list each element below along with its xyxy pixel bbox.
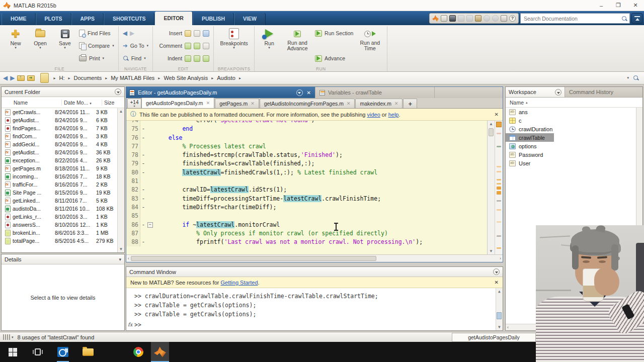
panel-menu-icon[interactable] xyxy=(115,88,121,95)
file-row[interactable]: trafficFor...8/16/2016 7...2 KB xyxy=(2,180,117,189)
cut-icon[interactable] xyxy=(458,15,464,22)
browse-folder-icon[interactable] xyxy=(27,75,35,81)
ribbon-tab-plots[interactable]: PLOTS xyxy=(36,13,71,25)
video-link[interactable]: video xyxy=(367,112,380,118)
code-marker[interactable] xyxy=(497,221,501,223)
publish-bar-close-icon[interactable]: ✕ xyxy=(495,112,499,117)
file-row[interactable]: Site Page ...8/15/2016 9...19 KB xyxy=(2,189,117,197)
new-button[interactable]: ✚ New ▾ xyxy=(5,27,26,65)
editor-title-active[interactable]: Editor - getAudistoPagesDaily.m ✕ xyxy=(126,87,315,98)
paste-icon[interactable] xyxy=(475,15,481,22)
code-marker[interactable] xyxy=(497,187,501,190)
code-marker[interactable] xyxy=(497,179,501,180)
file-row[interactable]: findPages...8/24/2016 9...7 KB xyxy=(2,124,117,132)
insert-function-icon[interactable] xyxy=(194,30,200,37)
save-dropdown-icon[interactable]: ▾ xyxy=(64,46,66,49)
editor-scroll-down-icon[interactable]: ▼ xyxy=(489,249,493,253)
console[interactable]: >> crawlDuration=crawlTable.crawlFinishT… xyxy=(126,288,503,330)
workspace-variable[interactable]: User xyxy=(506,159,642,167)
open-dropdown-icon[interactable]: ▾ xyxy=(39,46,41,49)
help-link[interactable]: help xyxy=(388,112,399,118)
close-button[interactable]: ✕ xyxy=(627,0,644,11)
search-icon[interactable] xyxy=(621,16,627,22)
help-icon[interactable]: ? xyxy=(509,15,516,22)
code-marker[interactable] xyxy=(497,183,501,185)
file-row[interactable]: findCom...8/24/2016 9...3 KB xyxy=(2,132,117,140)
console-scrollbar[interactable]: ▲ ▼ xyxy=(496,288,503,330)
console-scroll-thumb[interactable] xyxy=(497,312,502,319)
current-folder-icon[interactable] xyxy=(40,73,49,83)
workspace-column-header[interactable]: Name ▴ xyxy=(506,98,642,108)
breakpoints-button[interactable]: Breakpoints ▾ xyxy=(218,27,250,65)
close-tab-icon[interactable]: ✕ xyxy=(394,101,398,106)
run-and-time-button[interactable]: Run and Time xyxy=(357,27,383,65)
code-fold-icon[interactable] xyxy=(146,221,154,229)
find-files-button[interactable]: Find Files xyxy=(79,29,114,38)
workspace-variable[interactable]: ans xyxy=(506,108,642,116)
workspace-scroll-left-icon[interactable]: ‹ xyxy=(507,325,509,330)
internet-explorer-taskbar-button[interactable] xyxy=(101,342,126,362)
switch-windows-icon[interactable] xyxy=(501,15,507,22)
file-row[interactable]: totalPage...8/5/2016 4:5...279 KB xyxy=(2,237,117,245)
editor-hscroll-thumb[interactable] xyxy=(131,256,376,261)
maximize-button[interactable]: ❐ xyxy=(610,0,627,11)
back-arrow-icon[interactable]: ◀ xyxy=(123,30,127,36)
command-prompt[interactable]: >> xyxy=(134,321,141,328)
workspace-variable[interactable]: crawlDuration xyxy=(506,125,642,133)
documentation-search[interactable] xyxy=(520,13,630,24)
ribbon-tab-publish[interactable]: PUBLISH xyxy=(193,13,234,25)
getting-started-link[interactable]: Getting Started xyxy=(221,280,258,286)
save-button[interactable]: Save ▾ xyxy=(54,27,75,65)
file-row[interactable]: getLinked...8/11/2016 7...5 KB xyxy=(2,197,117,205)
undo-icon[interactable] xyxy=(484,15,490,22)
file-row[interactable]: getPages.m8/18/2016 11...9 KB xyxy=(2,164,117,172)
file-row[interactable]: getLinks_r...8/10/2016 3...1 KB xyxy=(2,213,117,221)
start-taskbar-button[interactable] xyxy=(0,342,25,362)
breadcrumb-segment[interactable]: H: xyxy=(58,74,65,81)
uncomment-icon[interactable] xyxy=(194,43,200,49)
code-marker[interactable] xyxy=(497,209,501,211)
editor-tab[interactable]: getAudistoPagesDaily.m✕ xyxy=(141,98,214,108)
editor-tab[interactable]: getPages.m✕ xyxy=(215,99,259,108)
copy-icon[interactable] xyxy=(466,15,473,22)
file-row[interactable]: answersS...8/10/2016 12...1 KB xyxy=(2,221,117,229)
insert-image-icon[interactable] xyxy=(203,30,209,37)
run-dropdown-icon[interactable]: ▾ xyxy=(268,46,270,49)
code-area[interactable]: 74- error('Specified crawl not found')75… xyxy=(126,121,503,254)
column-date[interactable]: Date Mo... ▾ xyxy=(62,100,102,106)
file-row[interactable]: getAudist...8/24/2016 9...36 KB xyxy=(2,148,117,156)
column-name[interactable]: Name xyxy=(2,100,62,106)
save-icon[interactable] xyxy=(449,15,456,22)
workspace-variable[interactable]: crawlTable xyxy=(506,133,554,142)
smart-indent-icon[interactable] xyxy=(185,55,191,62)
find-dropdown-icon[interactable]: ▾ xyxy=(144,57,146,60)
console-scroll-down-icon[interactable]: ▼ xyxy=(498,325,501,329)
address-dropdown-icon[interactable]: ▾ xyxy=(627,76,629,79)
ribbon-tab-view[interactable]: VIEW xyxy=(234,13,266,25)
indent-right-icon[interactable] xyxy=(203,55,209,62)
editor-vscrollbar[interactable]: ▲ ▼ xyxy=(487,121,495,254)
file-row[interactable]: brokenLin...8/6/2016 3:3...1 MB xyxy=(2,229,117,237)
editor-tab[interactable]: makeindex.m✕ xyxy=(355,99,403,108)
scroll-up-icon[interactable]: ▲ xyxy=(119,109,123,114)
run-button[interactable]: Run ▾ xyxy=(259,27,280,65)
status-waffle-icon[interactable] xyxy=(3,334,10,340)
find-button[interactable]: Find ▾ xyxy=(123,54,148,63)
file-row[interactable]: getCrawls...8/24/2016 11...3 KB xyxy=(2,108,117,116)
task-view-taskbar-button[interactable] xyxy=(25,342,50,362)
goto-dropdown-icon[interactable]: ▾ xyxy=(147,44,149,47)
file-row[interactable]: audistoDa...8/11/2016 10...108 KB xyxy=(2,205,117,213)
workspace-variable[interactable]: c xyxy=(506,116,642,125)
editor-scroll-thumb[interactable] xyxy=(489,128,494,136)
compare-dropdown-icon[interactable]: ▾ xyxy=(112,44,114,47)
file-row[interactable]: exception...8/22/2016 4...26 KB xyxy=(2,156,117,164)
print-dropdown-icon[interactable]: ▾ xyxy=(103,57,105,60)
code-marker[interactable] xyxy=(497,200,501,202)
ribbon-tab-shortcuts[interactable]: SHORTCUTS xyxy=(104,13,154,25)
matlab-mini-icon[interactable] xyxy=(432,15,439,22)
code-marker[interactable] xyxy=(497,133,501,134)
workspace-variable[interactable]: Password xyxy=(506,150,642,159)
code-marker[interactable] xyxy=(497,166,501,167)
advance-button[interactable]: Advance xyxy=(315,54,353,63)
run-section-button[interactable]: Run Section xyxy=(315,29,353,38)
